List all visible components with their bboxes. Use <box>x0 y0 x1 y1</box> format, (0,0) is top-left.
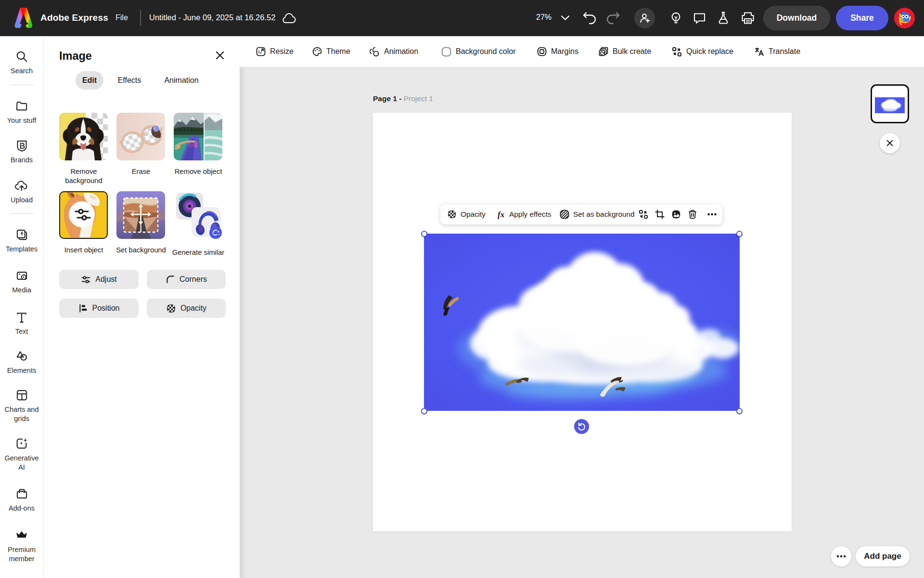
svg-text:fx: fx <box>498 210 505 219</box>
